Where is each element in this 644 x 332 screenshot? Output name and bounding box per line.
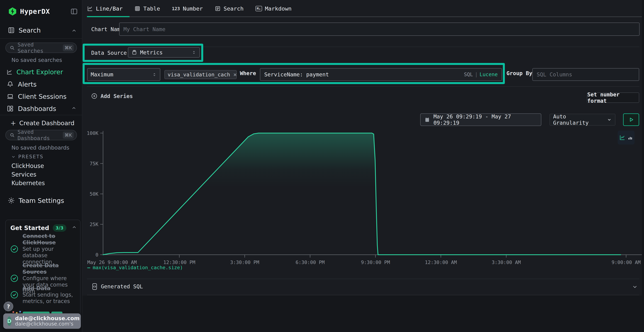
bottom-panel xyxy=(82,296,644,332)
shortcut-badge: ⌘K xyxy=(63,44,74,51)
get-started-item-add-data[interactable]: Add DataStart sending logs, metrics, or … xyxy=(10,285,76,304)
sidebar-item-client-sessions[interactable]: Client Sessions xyxy=(6,93,66,100)
logo[interactable]: HyperDX xyxy=(8,7,50,16)
svg-text:3:30:00 PM: 3:30:00 PM xyxy=(230,260,260,265)
sidebar: HyperDX Search Saved Searches ⌘K No save… xyxy=(0,0,82,332)
bell-icon xyxy=(6,80,14,88)
divider xyxy=(87,47,639,47)
sidebar-item-team-settings[interactable]: Team Settings xyxy=(8,197,64,204)
sidebar-section-search[interactable]: Search xyxy=(8,26,41,34)
data-source-label: Data Source xyxy=(91,50,127,56)
help-button[interactable]: ? xyxy=(4,302,13,311)
date-range-input[interactable]: May 26 09:29:19 - May 27 09:29:19 xyxy=(420,114,541,126)
preset-services[interactable]: Services xyxy=(12,171,36,178)
saved-dashboards-input[interactable]: Saved Dashboards ⌘K xyxy=(5,130,77,140)
logo-text: HyperDX xyxy=(20,8,50,16)
hyperdx-app: HyperDX Search Saved Searches ⌘K No save… xyxy=(0,0,644,332)
calendar-icon xyxy=(424,117,430,122)
user-menu[interactable]: D dale@clickhouse.com dale@clickhouse.co… xyxy=(3,314,81,329)
chevron-up-icon[interactable] xyxy=(71,28,77,34)
chevron-down-icon xyxy=(632,284,638,290)
metric-token-label: visa_validation_cach xyxy=(168,72,230,78)
search-icon xyxy=(9,45,15,50)
group-by-label: Group By xyxy=(506,70,532,76)
where-input[interactable]: ServiceName: payment SQL|Lucene xyxy=(260,68,502,81)
play-icon xyxy=(628,117,634,123)
sidebar-item-alerts[interactable]: Alerts xyxy=(6,80,36,88)
num123-icon: 123 xyxy=(172,6,180,11)
sidebar-item-dashboards[interactable]: Dashboards xyxy=(6,105,56,112)
scrollbar-track[interactable] xyxy=(642,0,644,332)
svg-text:12:30:00 PM: 12:30:00 PM xyxy=(163,260,195,265)
plus-icon: + xyxy=(10,120,16,126)
generated-sql-row[interactable]: Generated SQL xyxy=(82,279,644,295)
user-email: dale@clickhouse.com xyxy=(15,316,80,321)
timeseries-chart[interactable]: 025K50K75K100KMay 26 9:00:00 AM12:30:00 … xyxy=(84,129,644,270)
svg-text:9:00:00 AM: 9:00:00 AM xyxy=(612,260,641,265)
active-tab-underline xyxy=(87,16,130,17)
linechart-icon xyxy=(87,6,93,12)
tab-number[interactable]: 123Number xyxy=(172,5,203,12)
group-by-input[interactable]: SQL Columns xyxy=(532,68,639,81)
search-icon xyxy=(9,132,15,138)
divider xyxy=(87,86,639,87)
run-query-button[interactable] xyxy=(623,114,639,126)
list-icon xyxy=(215,6,221,12)
tab-markdown[interactable]: M↓Markdown xyxy=(256,5,292,12)
no-saved-dashboards-text: No saved dashboards xyxy=(12,144,69,151)
presets-label: PRESETS xyxy=(18,154,44,160)
tab-search[interactable]: Search xyxy=(215,5,244,12)
divider xyxy=(0,115,82,115)
lucene-option[interactable]: Lucene xyxy=(480,72,498,78)
preset-kubernetes[interactable]: Kubernetes xyxy=(12,180,45,186)
chevron-up-icon[interactable] xyxy=(72,225,77,230)
svg-text:25K: 25K xyxy=(90,222,98,227)
svg-text:3:30:00 AM: 3:30:00 AM xyxy=(492,260,521,265)
dashboard-icon xyxy=(6,105,14,112)
chart-legend[interactable]: — max(visa_validation_cache.size) xyxy=(87,265,183,270)
caret-updown-icon xyxy=(192,50,196,55)
check-circle-icon xyxy=(10,274,18,283)
tab-line-bar[interactable]: Line/Bar xyxy=(87,5,122,12)
aggregation-value: Maximum xyxy=(91,71,113,78)
saved-searches-input[interactable]: Saved Searches ⌘K xyxy=(5,42,77,53)
aggregation-select[interactable]: Maximum xyxy=(87,68,160,81)
svg-text:0: 0 xyxy=(96,252,98,258)
query-language-toggle[interactable]: SQL|Lucene xyxy=(464,72,498,78)
check-circle-icon xyxy=(10,290,18,299)
set-number-format-button[interactable]: Set number format xyxy=(587,92,639,103)
search-panel-icon xyxy=(8,26,15,34)
sidebar-collapse-icon[interactable] xyxy=(70,8,78,16)
saved-dashboards-placeholder: Saved Dashboards xyxy=(18,129,60,141)
chevron-up-icon[interactable] xyxy=(71,106,76,111)
legend-swatch: — xyxy=(87,265,90,270)
get-started-badge: 3/3 xyxy=(53,224,66,232)
metrics-icon xyxy=(132,50,137,55)
sidebar-item-chart-explorer[interactable]: Chart Explorer xyxy=(6,68,63,76)
generated-sql-label: Generated SQL xyxy=(101,283,143,290)
data-source-select[interactable]: Metrics xyxy=(128,47,200,58)
granularity-select[interactable]: Auto Granularity xyxy=(550,114,616,126)
preset-clickhouse[interactable]: ClickHouse xyxy=(12,162,44,170)
add-series-button[interactable]: Add Series xyxy=(91,93,133,100)
get-started-item-connect-to-clickhouse[interactable]: Connect to ClickHouseSet up your databas… xyxy=(10,233,76,265)
create-dashboard-button[interactable]: + Create Dashboard xyxy=(10,120,74,127)
sql-option[interactable]: SQL xyxy=(464,72,473,78)
remove-token-icon[interactable]: × xyxy=(233,71,237,78)
svg-text:6:30:00 PM: 6:30:00 PM xyxy=(296,260,325,265)
user-org: dale@clickhouse.com's xyxy=(15,321,80,327)
shortcut-badge: ⌘K xyxy=(63,132,74,139)
get-started-title: Get Started xyxy=(10,224,49,232)
svg-text:50K: 50K xyxy=(90,191,98,197)
presets-header[interactable]: PRESETS xyxy=(11,154,44,160)
team-settings-label: Team Settings xyxy=(18,197,64,204)
gear-icon xyxy=(8,197,15,204)
group-by-placeholder: SQL Columns xyxy=(537,71,572,78)
no-saved-searches-text: No saved searches xyxy=(12,57,62,63)
saved-searches-placeholder: Saved Searches xyxy=(18,42,60,54)
chevron-down-icon xyxy=(11,154,16,159)
tab-table[interactable]: Table xyxy=(134,5,160,12)
chart-name-input[interactable]: My Chart Name xyxy=(119,22,640,36)
metric-token[interactable]: visa_validation_cach × xyxy=(164,70,237,79)
get-started-header[interactable]: Get Started 3/3 xyxy=(10,224,66,232)
